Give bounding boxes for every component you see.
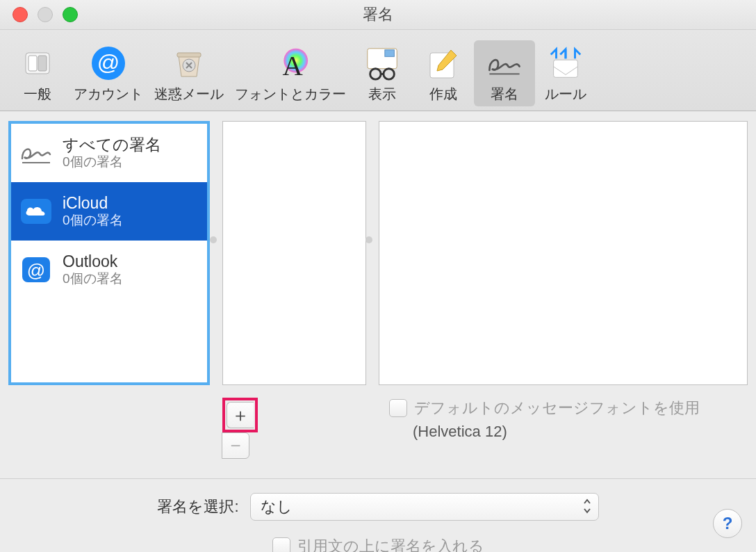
choose-signature-select[interactable]: なし [250,493,599,521]
font-color-icon: A [272,44,309,82]
default-font-label: デフォルトのメッセージフォントを使用 [414,398,700,419]
title-bar: 署名 [0,0,756,30]
account-title: iCloud [63,194,123,213]
signatures-main: すべての署名 0個の署名 iCloud 0個の署名 @ [0,111,756,392]
account-all-signatures[interactable]: すべての署名 0個の署名 [11,124,207,182]
add-remove-segment: ＋ [227,402,254,428]
signature-icon [486,44,523,82]
add-button-highlight: ＋ [222,398,258,432]
signature-preview-pane[interactable] [379,121,748,385]
accounts-pane: すべての署名 0個の署名 iCloud 0個の署名 @ [8,121,210,385]
add-signature-button[interactable]: ＋ [227,403,254,428]
tab-label: アカウント [74,85,143,104]
place-above-quote-checkbox[interactable] [272,537,290,552]
remove-signature-button[interactable]: − [222,433,249,458]
help-button[interactable]: ? [713,509,742,538]
tab-label: 作成 [429,85,457,104]
window-title: 署名 [0,4,756,25]
account-title: すべての署名 [63,136,161,155]
tab-signatures[interactable]: 署名 [474,40,535,106]
svg-rect-10 [385,50,395,57]
tab-composing[interactable]: 作成 [413,40,474,106]
at-sign-icon: @ [90,44,127,82]
account-count: 0個の署名 [63,154,161,170]
place-above-quote-row: 引用文の上に署名を入れる [0,536,756,552]
place-above-quote-label: 引用文の上に署名を入れる [297,536,484,552]
trash-icon [170,44,208,82]
choose-signature-row: 署名を選択: なし [0,493,756,521]
preferences-toolbar: 一般 @ アカウント 迷惑メール [0,30,756,111]
svg-text:@: @ [97,50,120,75]
account-count: 0個の署名 [63,271,123,287]
tab-accounts[interactable]: @ アカウント [68,40,149,106]
pencil-icon [425,44,462,82]
svg-text:@: @ [27,260,45,281]
tab-label: 一般 [24,85,51,104]
tab-label: 表示 [368,85,396,104]
svg-text:A: A [282,50,302,81]
tab-label: 署名 [491,85,518,104]
account-title: Outlook [63,252,123,272]
tab-junk[interactable]: 迷惑メール [149,40,229,106]
tab-viewing[interactable]: 表示 [352,40,413,106]
svg-rect-2 [38,56,47,71]
default-font-description: (Helvetica 12) [413,423,507,441]
tab-label: 迷惑メール [154,85,224,104]
tab-label: フォントとカラー [235,85,346,104]
divider [0,478,756,479]
rules-icon [547,44,584,82]
tab-fonts-colors[interactable]: A フォントとカラー [229,40,352,106]
account-icloud[interactable]: iCloud 0個の署名 [11,182,207,241]
tab-rules[interactable]: ルール [535,40,596,106]
default-font-checkbox[interactable] [389,399,407,417]
pane-divider-handle[interactable] [365,236,372,243]
svg-rect-1 [28,56,37,71]
choose-signature-value: なし [261,496,293,517]
account-outlook[interactable]: @ Outlook 0個の署名 [11,241,207,299]
glasses-icon [363,44,401,82]
chevron-up-down-icon [583,496,591,516]
at-sign-icon: @ [19,253,53,286]
account-count: 0個の署名 [63,213,123,229]
signatures-list-pane[interactable] [222,121,366,385]
tab-label: ルール [545,85,586,104]
pane-divider-handle[interactable] [210,236,217,243]
tab-general[interactable]: 一般 [7,40,68,106]
default-font-group: デフォルトのメッセージフォントを使用 (Helvetica 12) [389,398,700,441]
signature-icon [19,136,53,170]
switch-icon [19,44,56,82]
icloud-icon [19,195,53,228]
svg-rect-5 [177,53,201,57]
below-panes-row: ＋ − デフォルトのメッセージフォントを使用 (Helvetica 12) [0,392,756,462]
choose-signature-label: 署名を選択: [157,496,238,517]
svg-point-11 [370,69,381,79]
svg-point-12 [384,69,394,79]
